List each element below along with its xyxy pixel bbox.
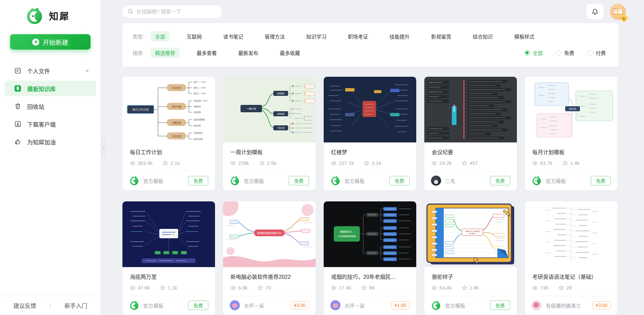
sort-label: 排序: (132, 49, 144, 56)
price-radio-all[interactable]: 全部 (525, 49, 543, 56)
template-card[interactable]: 一周计划 本周规划 本周总结 下周计划 (223, 77, 316, 190)
template-footer: 官方模板 免费 (223, 172, 316, 190)
search-input[interactable] (137, 9, 217, 14)
template-title: 每日工作计划 (130, 148, 208, 156)
eye-icon (532, 286, 538, 290)
price-radio-paid[interactable]: 付费 (588, 49, 606, 56)
template-thumbnail[interactable]: 一周计划 本周规划 本周总结 下周计划 (223, 77, 316, 142)
type-chip-skills[interactable]: 技能提升 (385, 31, 414, 42)
sidebar-item-support-us[interactable]: 为知犀加油 (5, 134, 96, 149)
eye-icon (230, 286, 236, 290)
star-icon (163, 161, 168, 166)
sort-chip-featured[interactable]: 精选推荐 (151, 48, 179, 58)
template-card[interactable]: 每月计划 每月计划模板 83.7k 1.4k 官方模板 免费 (525, 77, 618, 190)
template-thumbnail[interactable] (122, 201, 215, 267)
sort-chip-most-favorited[interactable]: 最多收藏 (275, 48, 304, 58)
template-thumbnail[interactable]: 每日工作计划 今日任务 协作沟通 问题反馈 今日总结 任务一：XXXX 任务二：… (122, 77, 215, 142)
svg-text:今日总结: 今日总结 (172, 135, 181, 138)
sort-filter-row: 排序: 精选推荐 最多查看 最新发布 最多收藏 全部 免费 (132, 48, 608, 58)
type-chip-knowledge[interactable]: 知识学习 (302, 31, 331, 42)
template-thumbnail[interactable]: 《骆驼祥子》整本阅读 章节笔记 (424, 201, 517, 267)
type-chip-career-cert[interactable]: 职场考证 (343, 31, 372, 42)
svg-text:本周总结: 本周总结 (277, 113, 285, 115)
svg-text:每日工作计划: 每日工作计划 (132, 108, 149, 111)
template-stats: 24.2k 457 (432, 160, 509, 172)
template-footer: 大坏－呆 ¥1.00 (324, 296, 416, 315)
eye-icon (130, 286, 135, 290)
template-card[interactable]: 会议纪要 (424, 77, 517, 190)
feedback-link[interactable]: 建议反馈 (13, 301, 36, 310)
template-thumbnail[interactable]: 戒烟的技巧， 20年老烟民教你戒烟 (324, 201, 416, 267)
template-footer: 官方模板 免费 (525, 172, 618, 190)
sidebar-item-personal-files[interactable]: 个人文件 (5, 63, 96, 78)
template-card[interactable]: 考研英语语法笔记（基础） 736 28 有极腰的雅美兰 ¥3.00 (525, 201, 618, 315)
star-icon (258, 285, 263, 291)
create-new-button[interactable]: 开始新建 (10, 34, 91, 50)
author-avatar (129, 300, 139, 310)
template-card[interactable]: 每日工作计划 今日任务 协作沟通 问题反馈 今日总结 任务一：XXXX 任务二：… (122, 77, 215, 190)
author-avatar (230, 300, 240, 310)
template-thumbnail[interactable]: 每月计划 (525, 77, 618, 142)
type-chip-film[interactable]: 影视鉴赏 (427, 31, 455, 42)
svg-text:任务一：XXXX: 任务一：XXXX (194, 81, 206, 83)
sidebar-item-label: 个人文件 (27, 67, 50, 75)
eye-icon (230, 161, 236, 165)
template-thumbnail[interactable] (324, 77, 416, 142)
app-logo[interactable]: 知犀 (0, 0, 101, 29)
template-card[interactable]: 海底两万里 47.6k 1.1k 官方模板 免费 (122, 201, 215, 315)
type-chip-general[interactable]: 综合知识 (468, 31, 497, 42)
sort-chip-newest[interactable]: 最新发布 (234, 48, 263, 58)
price-badge: 免费 (591, 176, 611, 185)
template-card[interactable]: 红楼梦 227.1k 3.1k 官方模板 免费 (324, 77, 416, 190)
template-thumbnail[interactable] (525, 201, 618, 267)
svg-text:本周规划: 本周规划 (277, 92, 284, 95)
template-card[interactable]: 新电脑必装软件推荐2022 新电脑必装软件推荐2022 6.9k 70 大坏－呆… (223, 201, 316, 315)
template-thumbnail[interactable]: 会议纪要 (424, 77, 517, 142)
template-card[interactable]: 《骆驼祥子》整本阅读 章节笔记 骆驼祥子 53.4k 1.8 (424, 201, 517, 315)
star-icon (462, 285, 467, 291)
user-avatar[interactable]: v (610, 4, 626, 20)
template-stats: 736 28 (532, 285, 610, 296)
filter-panel: 类型: 全部 互联网 读书笔记 管理方法 知识学习 职场考证 技能提升 影视鉴赏… (122, 23, 619, 67)
price-radio-free[interactable]: 免费 (556, 49, 574, 56)
type-chip-all[interactable]: 全部 (151, 31, 169, 42)
sidebar-item-label: 回收站 (27, 102, 44, 111)
eye-icon (130, 161, 135, 165)
sidebar-item-download-client[interactable]: 下载客户端 (5, 116, 96, 132)
type-chip-reading-notes[interactable]: 读书笔记 (219, 31, 248, 42)
price-badge: 免费 (490, 176, 510, 185)
author-avatar (431, 176, 441, 186)
beginner-guide-link[interactable]: 新手入门 (64, 301, 87, 310)
type-chip-internet[interactable]: 互联网 (182, 31, 206, 42)
sidebar-collapse-handle[interactable]: ‹ (101, 138, 106, 158)
template-card[interactable]: 戒烟的技巧， 20年老烟民教你戒烟 戒烟的技巧，20年老烟民... (324, 201, 416, 315)
template-stats: 83.7k 1.4k (532, 160, 610, 172)
svg-text:章节笔记: 章节笔记 (469, 233, 476, 235)
template-stats: 6.9k 70 (230, 285, 308, 296)
sort-chip-most-viewed[interactable]: 最多查看 (192, 48, 221, 58)
sidebar-item-template-library[interactable]: 模板知识库 (5, 81, 96, 96)
template-title: 一周计划模板 (230, 148, 308, 156)
sidebar-footer: 建议反馈 | 新手入门 (0, 296, 101, 315)
type-chip-template-style[interactable]: 模板样式 (510, 31, 539, 42)
svg-text:《骆驼祥子》整本阅读: 《骆驼祥子》整本阅读 (465, 230, 480, 233)
main-area: v 类型: 全部 互联网 读书笔记 管理方法 知识学习 职场考证 技能提升 影视… (101, 0, 644, 315)
template-stats: 239k 2.5k (230, 160, 308, 172)
star-icon (361, 285, 367, 291)
template-thumbnail[interactable]: 新电脑必装软件推荐2022 (223, 201, 316, 267)
search-bar[interactable] (122, 5, 222, 18)
svg-text:每月计划: 每月计划 (569, 108, 576, 110)
template-stats: 227.1k 3.1k (331, 160, 409, 172)
template-title: 红楼梦 (331, 148, 409, 156)
template-footer: 官方模板 免费 (424, 296, 517, 315)
notifications-button[interactable] (586, 4, 604, 19)
type-chip-management[interactable]: 管理方法 (260, 31, 289, 42)
svg-text:沟通时间: 沟通时间 (194, 105, 201, 108)
sidebar-item-label: 下载客户端 (27, 120, 56, 128)
svg-text:反馈内容整理: 反馈内容整理 (194, 118, 205, 121)
sidebar-item-recycle-bin[interactable]: 回收站 (5, 99, 96, 114)
search-icon (128, 9, 133, 14)
eye-icon (432, 286, 437, 290)
star-icon (558, 285, 564, 291)
author-name: 二毛 (445, 177, 455, 184)
